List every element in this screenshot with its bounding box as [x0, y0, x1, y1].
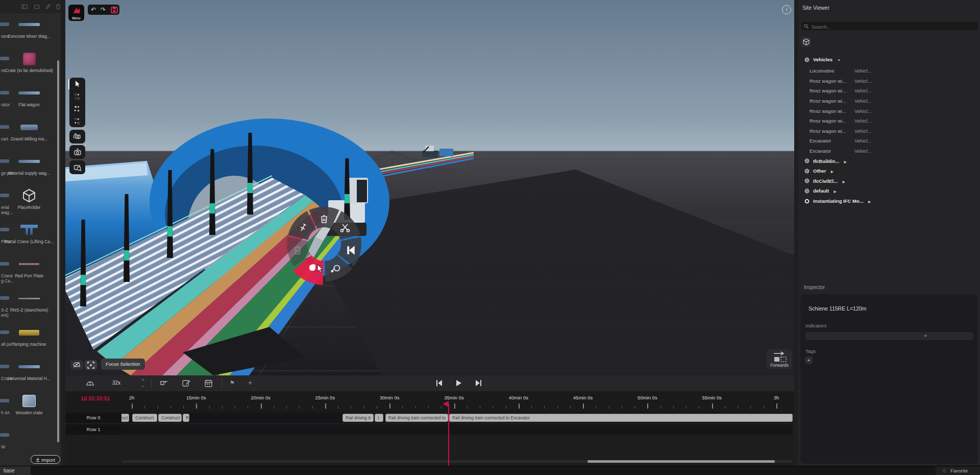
- menu-button[interactable]: Menu: [68, 5, 84, 21]
- timeline-block[interactable]: Construct: [132, 414, 157, 422]
- tree-item[interactable]: Rnsz wagon wi...Vehicl...: [800, 116, 979, 126]
- asset-item[interactable]: [17, 360, 41, 374]
- asset-item-clipped[interactable]: W: [1, 444, 14, 449]
- trash-icon[interactable]: [55, 4, 61, 10]
- timeline-block[interactable]: R: [183, 414, 189, 422]
- asset-item[interactable]: [17, 52, 41, 66]
- redo-icon[interactable]: ↷: [101, 6, 106, 14]
- asset-item[interactable]: [17, 120, 41, 134]
- select-shapes-tool-button[interactable]: □●○△: [69, 90, 85, 102]
- favorite-button[interactable]: ☆Favorite: [936, 466, 980, 475]
- timeline-toolbar: 32x + − ⚑ +: [65, 375, 794, 392]
- asset-item[interactable]: [17, 223, 41, 237]
- import-button[interactable]: Import: [31, 455, 60, 464]
- tree-item[interactable]: Rnsz wagon wi...Vehicl...: [800, 76, 979, 86]
- add-indicator-button[interactable]: +: [924, 332, 927, 339]
- chevron-right-icon[interactable]: ▶: [844, 160, 847, 163]
- speed-increase-button[interactable]: +: [140, 378, 146, 383]
- chevron-right-icon[interactable]: ▶: [868, 200, 871, 203]
- playhead-flag[interactable]: [442, 400, 449, 408]
- row-track[interactable]: ConstructConstructConstructRRail driving…: [121, 413, 793, 423]
- timeline-block[interactable]: Rail driving train connected to: [385, 414, 448, 422]
- focus-selection-button[interactable]: [85, 360, 97, 370]
- tree-item[interactable]: Rnsz wagon wi...Vehicl...: [800, 96, 979, 106]
- box-icon[interactable]: [34, 4, 40, 10]
- timeline-ruler[interactable]: 1d 02:33:51 2h15min 0s20min 0s25min 0s30…: [65, 391, 794, 413]
- tree-section[interactable]: IfcBuildin... ▶: [800, 156, 979, 166]
- select-mixed-shapes-tool-button[interactable]: □●●△: [69, 114, 85, 127]
- asset-item[interactable]: [17, 325, 41, 340]
- viewport-3d[interactable]: Menu ↶ ↷ □●○△ ■●●▲ □●●△: [65, 0, 794, 375]
- search-bar[interactable]: [801, 22, 978, 30]
- add-marker-button[interactable]: +: [248, 378, 252, 387]
- timeline-scrollbar-thumb[interactable]: [587, 460, 775, 463]
- edit-region-icon[interactable]: [182, 379, 190, 388]
- timeline-block[interactable]: Rail driving train connected to Excavato…: [449, 414, 793, 422]
- indicators-bar[interactable]: +: [804, 332, 974, 340]
- select-tool-button[interactable]: [69, 78, 85, 90]
- asset-library-panel[interactable]: raneConcrete Mixer Wag...neCrate (to be …: [0, 13, 61, 466]
- asset-item[interactable]: [17, 394, 41, 408]
- orbit-camera-button[interactable]: [69, 130, 85, 144]
- tree-item[interactable]: Rnsz wagon wi...Vehicl...: [800, 86, 979, 96]
- tree-section[interactable]: default ▶: [800, 186, 979, 196]
- play-button[interactable]: [455, 379, 462, 387]
- row-label[interactable]: Row 1: [65, 424, 121, 435]
- tree-item[interactable]: LocomotiveVehicl...: [800, 66, 979, 76]
- asset-item[interactable]: [17, 86, 41, 100]
- asset-item[interactable]: [17, 291, 41, 305]
- chevron-down-icon[interactable]: ▼: [838, 59, 841, 62]
- flag-marker-button[interactable]: ⚑: [230, 379, 235, 386]
- chevron-right-icon[interactable]: ▶: [843, 180, 845, 183]
- database-tab[interactable]: base: [0, 466, 31, 475]
- visibility-toggle-button[interactable]: 3: [70, 360, 83, 370]
- row-track[interactable]: [121, 424, 793, 435]
- asset-item-label: Red Porr Plate: [4, 273, 54, 278]
- tree-item[interactable]: Rnsz wagon wi...Vehicl...: [800, 126, 979, 136]
- tree-group-vehicles[interactable]: Vehicles ▼: [800, 53, 979, 66]
- pen-icon[interactable]: [45, 4, 51, 10]
- tree-section[interactable]: IfcCivilEl... ▶: [800, 176, 979, 186]
- row-label[interactable]: Row 0: [65, 413, 121, 423]
- info-button[interactable]: i: [782, 5, 791, 14]
- undo-icon[interactable]: ↶: [91, 6, 96, 14]
- timeline-block[interactable]: Rail driving tr: [342, 414, 374, 422]
- camera-view-button[interactable]: [69, 145, 85, 159]
- timeline-block[interactable]: Construct: [121, 414, 129, 422]
- chevron-right-icon[interactable]: ▶: [831, 170, 834, 173]
- asset-item[interactable]: [17, 188, 41, 203]
- chevron-right-icon[interactable]: ▶: [834, 190, 837, 193]
- select-filled-shapes-tool-button[interactable]: ■●●▲: [69, 102, 85, 114]
- trim-tool-icon[interactable]: [159, 379, 168, 387]
- radial-context-menu[interactable]: [281, 201, 368, 288]
- skip-to-end-button[interactable]: [475, 379, 482, 387]
- add-tag-button[interactable]: +: [805, 357, 813, 364]
- tree-item[interactable]: ExcavatorVehicl...: [800, 136, 979, 146]
- placeholder-cube-icon: [22, 188, 36, 203]
- timeline-scrollbar[interactable]: [121, 460, 793, 463]
- asset-item[interactable]: [17, 154, 41, 169]
- forwards-button[interactable]: Forwards: [767, 349, 792, 369]
- asset-row: all perTamping machine: [0, 324, 61, 359]
- asset-library-scrollbar[interactable]: [57, 60, 59, 442]
- panel-icon[interactable]: [21, 4, 28, 10]
- tree-item[interactable]: ExcavatorVehicl...: [800, 146, 979, 156]
- search-input[interactable]: [811, 22, 976, 31]
- model-view-button[interactable]: [801, 37, 811, 47]
- speed-decrease-button[interactable]: −: [140, 384, 146, 389]
- save-button[interactable]: [111, 6, 118, 14]
- playback-speed[interactable]: 32x: [107, 380, 126, 386]
- tree-item[interactable]: Rnsz wagon wi...Vehicl...: [800, 106, 979, 116]
- tree-item-name: Excavator: [810, 138, 831, 144]
- camera-zoom-button[interactable]: [69, 160, 85, 174]
- playhead[interactable]: [448, 403, 449, 466]
- asset-item[interactable]: [17, 257, 41, 271]
- asset-item[interactable]: [17, 17, 41, 32]
- timeline-block[interactable]: I: [375, 414, 383, 422]
- skip-to-start-button[interactable]: [436, 379, 443, 387]
- dome-icon[interactable]: [86, 379, 94, 387]
- tree-section[interactable]: Other ▶: [800, 166, 979, 176]
- calendar-icon[interactable]: [204, 379, 213, 388]
- timeline-block[interactable]: Construct: [158, 414, 182, 422]
- tree-section[interactable]: Instantiating IFC Mo... ▶: [800, 196, 979, 206]
